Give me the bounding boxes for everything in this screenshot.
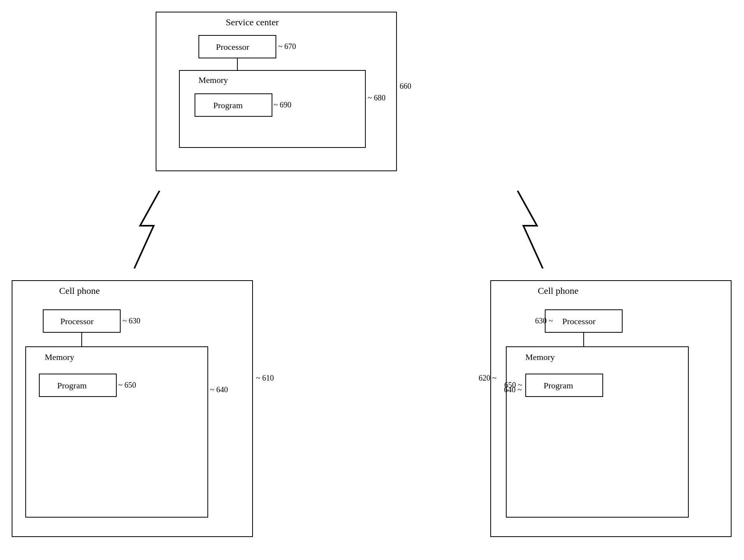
ref-630-right: 630 ~	[535, 316, 553, 325]
ref-610: ~ 610	[256, 374, 274, 383]
ref-650-left: ~ 650	[118, 381, 136, 390]
cp-right-title: Cell phone	[538, 286, 579, 296]
sc-program-label: Program	[213, 100, 243, 111]
ref-690: ~ 690	[274, 100, 291, 109]
cp-right-processor-label: Processor	[562, 316, 596, 327]
cp-left-connector-line	[81, 333, 82, 347]
cp-right-program-label: Program	[544, 381, 573, 391]
sc-connector-line	[237, 58, 238, 71]
cp-left-processor-label: Processor	[60, 316, 94, 327]
ref-660: 660	[400, 82, 411, 91]
ref-640-left: ~ 640	[210, 385, 228, 394]
cp-left-program-label: Program	[57, 381, 87, 391]
sc-processor-label: Processor	[216, 42, 249, 52]
ref-650-right: 650 ~	[504, 381, 522, 390]
ref-670: ~ 670	[278, 42, 296, 51]
ref-630-left: ~ 630	[123, 316, 140, 325]
ref-620: 620 ~	[479, 374, 497, 383]
cp-right-connector-line	[583, 333, 584, 347]
cp-left-memory-box	[25, 346, 208, 518]
sc-memory-label: Memory	[198, 75, 228, 85]
lightning-bolt-left	[125, 191, 175, 269]
service-center-title: Service center	[226, 17, 279, 28]
diagram-container: Service center 660 Processor ~ 670 Memor…	[0, 0, 744, 560]
cp-right-memory-box	[506, 346, 689, 518]
cp-left-title: Cell phone	[59, 286, 100, 296]
cp-left-memory-label: Memory	[45, 352, 74, 362]
lightning-bolt-right	[502, 191, 553, 269]
cp-right-memory-label: Memory	[525, 352, 555, 362]
ref-680: ~ 680	[368, 93, 386, 102]
